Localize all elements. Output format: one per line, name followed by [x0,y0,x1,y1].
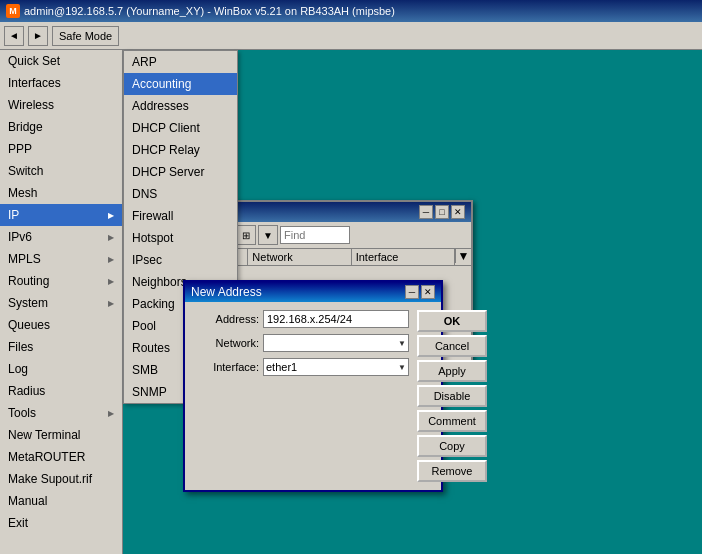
title-text: admin@192.168.5.7 (Yourname_XY) - WinBox… [24,5,395,17]
address-input[interactable] [263,310,409,328]
dialog-controls: ─ ✕ [405,285,435,299]
sidebar-item-metarouter[interactable]: MetaROUTER [0,446,122,468]
dialog-close-button[interactable]: ✕ [421,285,435,299]
main-toolbar: ◄ ► Safe Mode [0,22,702,50]
dialog-buttons: OK Cancel Apply Disable Comment Copy Rem… [417,310,487,482]
remove-button[interactable]: Remove [417,460,487,482]
sidebar-item-ip[interactable]: IP ▶ [0,204,122,226]
sidebar-item-files[interactable]: Files [0,336,122,358]
new-address-dialog: New Address ─ ✕ Address: Network: [183,280,443,492]
forward-button[interactable]: ► [28,26,48,46]
submenu-item-ipsec[interactable]: IPsec [124,249,237,271]
sidebar-item-tools[interactable]: Tools ▶ [0,402,122,424]
window-controls: ─ □ ✕ [419,205,465,219]
arrow-icon: ▶ [108,233,114,242]
select-arrow-icon: ▼ [398,363,406,372]
interface-select[interactable]: ether1 ▼ [263,358,409,376]
submenu-item-firewall[interactable]: Firewall [124,205,237,227]
apply-button[interactable]: Apply [417,360,487,382]
arrow-icon: ▶ [108,299,114,308]
col-network: Network [248,249,351,265]
safe-mode-button[interactable]: Safe Mode [52,26,119,46]
close-button[interactable]: ✕ [451,205,465,219]
interface-label: Interface: [193,361,263,373]
submenu-item-dhcp-server[interactable]: DHCP Server [124,161,237,183]
dialog-title-text: New Address [191,285,262,299]
minimize-button[interactable]: ─ [419,205,433,219]
dialog-body: Address: Network: ▼ Interface: ether1 [185,302,441,490]
sidebar-item-ipv6[interactable]: IPv6 ▶ [0,226,122,248]
arrow-icon: ▶ [108,211,114,220]
submenu-item-hotspot[interactable]: Hotspot [124,227,237,249]
disable-button[interactable]: Disable [417,385,487,407]
title-bar: M admin@192.168.5.7 (Yourname_XY) - WinB… [0,0,702,22]
comment-button[interactable]: Comment [417,410,487,432]
col-dropdown[interactable]: ▼ [455,249,471,263]
submenu-item-arp[interactable]: ARP [124,51,237,73]
sidebar: Quick Set Interfaces Wireless Bridge PPP… [0,50,123,554]
address-label: Address: [193,313,263,325]
sidebar-item-manual[interactable]: Manual [0,490,122,512]
maximize-button[interactable]: □ [435,205,449,219]
submenu-item-dhcp-relay[interactable]: DHCP Relay [124,139,237,161]
sidebar-item-new-terminal[interactable]: New Terminal [0,424,122,446]
sidebar-item-radius[interactable]: Radius [0,380,122,402]
copy-button[interactable]: Copy [417,435,487,457]
interface-row: Interface: ether1 ▼ [193,358,409,376]
dialog-titlebar[interactable]: New Address ─ ✕ [185,282,441,302]
dialog-minimize-button[interactable]: ─ [405,285,419,299]
filter-button[interactable]: ▼ [258,225,278,245]
sidebar-item-mesh[interactable]: Mesh [0,182,122,204]
network-row: Network: ▼ [193,334,409,352]
app-icon: M [6,4,20,18]
back-button[interactable]: ◄ [4,26,24,46]
sidebar-item-system[interactable]: System ▶ [0,292,122,314]
arrow-icon: ▶ [108,255,114,264]
address-row: Address: [193,310,409,328]
sidebar-item-bridge[interactable]: Bridge [0,116,122,138]
select-arrow-icon: ▼ [398,339,406,348]
sidebar-item-routing[interactable]: Routing ▶ [0,270,122,292]
submenu-item-accounting[interactable]: Accounting [124,73,237,95]
arrow-icon: ▶ [108,409,114,418]
network-select[interactable]: ▼ [263,334,409,352]
main-content: Quick Set Interfaces Wireless Bridge PPP… [0,50,702,554]
sidebar-item-interfaces[interactable]: Interfaces [0,72,122,94]
sidebar-item-queues[interactable]: Queues [0,314,122,336]
sidebar-item-ppp[interactable]: PPP [0,138,122,160]
submenu-item-addresses[interactable]: Addresses [124,95,237,117]
search-input[interactable] [280,226,350,244]
sidebar-item-exit[interactable]: Exit [0,512,122,534]
sidebar-item-log[interactable]: Log [0,358,122,380]
sidebar-item-quickset[interactable]: Quick Set [0,50,122,72]
ok-button[interactable]: OK [417,310,487,332]
paste-button[interactable]: ⊞ [236,225,256,245]
dialog-fields: Address: Network: ▼ Interface: ether1 [193,310,409,482]
network-label: Network: [193,337,263,349]
sidebar-item-wireless[interactable]: Wireless [0,94,122,116]
cancel-button[interactable]: Cancel [417,335,487,357]
arrow-icon: ▶ [108,277,114,286]
sidebar-item-mpls[interactable]: MPLS ▶ [0,248,122,270]
col-interface: Interface [352,249,455,265]
interface-value: ether1 [266,361,297,373]
sidebar-item-switch[interactable]: Switch [0,160,122,182]
sidebar-item-make-supout[interactable]: Make Supout.rif [0,468,122,490]
submenu-item-dhcp-client[interactable]: DHCP Client [124,117,237,139]
submenu-item-dns[interactable]: DNS [124,183,237,205]
